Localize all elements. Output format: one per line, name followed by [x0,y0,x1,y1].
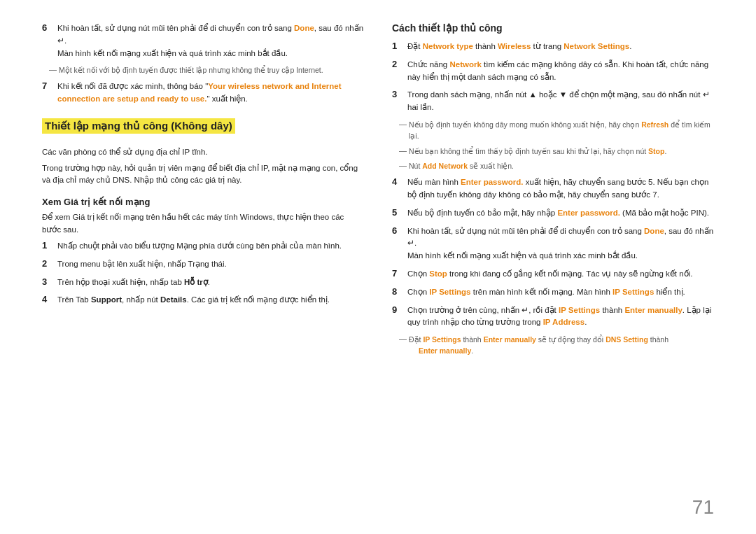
substep-3-text: Trên hộp thoại xuất hiện, nhấp tab Hỗ tr… [57,276,210,289]
r-step-1-num: 1 [392,41,407,51]
hotro-label: Hỗ trợ [184,278,208,286]
r-note-2: — Nếu bạn không thể tìm thấy bộ định tuy… [399,146,714,157]
r-note-dash-3: — [399,161,409,172]
right-section-title: Cách thiết lập thủ công [392,22,714,34]
network-settings-label: Network Settings [564,42,629,50]
r-step-5-text: Nếu bộ định tuyến có bảo mật, hãy nhập E… [407,207,709,220]
step-7-text: Khi kết nối đã được xác minh, thông báo … [57,80,364,106]
done-label-r6: Done [644,227,664,235]
r-note-text-2: Nếu bạn không thể tìm thấy bộ định tuyến… [409,146,666,157]
r-step-7: 7 Chọn Stop trong khi đang cố gắng kết n… [392,268,714,281]
page-number: 71 [692,496,714,519]
r-note-dash-2: — [399,146,409,157]
network-type-label: Network type [423,42,473,50]
step-6-block: 6 Khi hoàn tất, sử dụng nút mũi tên phải… [42,22,364,59]
r-step-8-num: 8 [392,286,407,297]
r-step-4-num: 4 [392,176,407,187]
r-note-1: — Nếu bộ định tuyến không dây mong muốn … [399,120,714,142]
r-step-5-num: 5 [392,207,407,218]
r-step-9: 9 Chọn trường ở trên cùng, nhấn ↵, rồi đ… [392,304,714,330]
r-note-3: — Nút Add Network sẽ xuất hiện. [399,161,714,172]
r-step-8-text: Chọn IP Settings trên màn hình kết nối m… [407,286,685,299]
r-step-6-text: Khi hoàn tất, sử dụng nút mũi tên phải đ… [407,225,714,262]
r-step-6-num: 6 [392,225,407,236]
add-network-label: Add Network [422,162,468,170]
network-label: Network [449,60,481,69]
r-step-8: 8 Chọn IP Settings trên màn hình kết nối… [392,286,714,299]
stop-label: Stop [648,147,664,155]
substep-2-text: Trong menu bật lên xuất hiện, nhấp Trạng… [57,258,227,271]
substep-1: 1 Nhấp chuột phải vào biểu tượng Mạng ph… [42,240,364,253]
ip-address-r9: IP Address [543,318,584,326]
note-dash-1: — [49,65,59,76]
dns-setting-n9: DNS Setting [606,335,648,344]
r-note-text-1: Nếu bộ định tuyến không dây mong muốn kh… [409,120,714,142]
section-title-manual: Thiết lập mạng thủ công (Không dây) [42,118,235,134]
r-step-1: 1 Đặt Network type thành Wireless từ tra… [392,41,714,53]
r-step-2: 2 Chức năng Network tìm kiếm các mạng kh… [392,59,714,84]
substep-3-num: 3 [42,276,57,287]
substep-1-text: Nhấp chuột phải vào biểu tượng Mạng phía… [57,240,342,253]
enter-password-4: Enter password. [461,178,523,186]
substep-1-num: 1 [42,240,57,251]
enter-password-5: Enter password. [557,209,620,217]
substep-4: 4 Trên Tab Support, nhấp nút Details. Cá… [42,294,364,307]
r-step-4: 4 Nếu màn hình Enter password. xuất hiện… [392,176,714,202]
r-note-text-9: Đặt IP Settings thành Enter manually sẽ … [409,335,668,357]
r-step-4-text: Nếu màn hình Enter password. xuất hiện, … [407,176,714,202]
step-6-num: 6 [42,22,57,33]
substep-2-num: 2 [42,258,57,269]
r-step-3-text: Trong danh sách mạng, nhấn nút ▲ hoặc ▼ … [407,89,714,114]
substep-3: 3 Trên hộp thoại xuất hiện, nhấp tab Hỗ … [42,276,364,289]
substep-4-text: Trên Tab Support, nhấp nút Details. Các … [57,294,330,307]
content-area: 6 Khi hoàn tất, sử dụng nút mũi tên phải… [42,22,714,512]
r-step-2-num: 2 [392,59,407,69]
left-column: 6 Khi hoàn tất, sử dụng nút mũi tên phải… [42,22,364,512]
r-note-text-3: Nút Add Network sẽ xuất hiện. [409,161,514,172]
r-step-9-text: Chọn trường ở trên cùng, nhấn ↵, rồi đặt… [407,304,714,330]
step-7-block: 7 Khi kết nối đã được xác minh, thông bá… [42,80,364,106]
enter-manually-n9b: Enter manually [419,346,471,355]
r-step-1-text: Đặt Network type thành Wireless từ trang… [407,41,631,53]
substep-2: 2 Trong menu bật lên xuất hiện, nhấp Trạ… [42,258,364,271]
r-step-3-num: 3 [392,89,407,99]
step-7-num: 7 [42,80,57,91]
r-step-3: 3 Trong danh sách mạng, nhấn nút ▲ hoặc … [392,89,714,114]
r-step-6: 6 Khi hoàn tất, sử dụng nút mũi tên phải… [392,225,714,262]
r-step-7-num: 7 [392,268,407,279]
note-text-1: Một kết nối với bộ định tuyến được thiết… [59,65,323,76]
substep-4-num: 4 [42,294,57,304]
r-step-7-text: Chọn Stop trong khi đang cố gắng kết nối… [407,268,692,281]
r-note-9: — Đặt IP Settings thành Enter manually s… [399,335,714,357]
refresh-label: Refresh [641,120,668,129]
subsec-desc: Để xem Giá trị kết nối mạng trên hầu hết… [42,211,364,237]
done-label: Done [294,24,314,32]
enter-manually-r9: Enter manually [624,306,682,314]
r-note-dash-9: — [399,335,409,357]
wireless-label: Wireless [498,42,531,50]
support-label: Support [91,295,122,304]
r-note-dash-1: — [399,120,409,142]
enter-manually-n9: Enter manually [484,335,536,344]
r-step-9-num: 9 [392,304,407,315]
para2: Trong trường hợp này, hỏi quản trị viên … [42,162,364,188]
r-step-5: 5 Nếu bộ định tuyến có bảo mật, hãy nhập… [392,207,714,220]
ip-settings-r9a: IP Settings [559,306,600,314]
r-step-2-text: Chức năng Network tìm kiếm các mạng khôn… [407,59,714,84]
subsection-xem: Xem Giá trị kết nối mạng [42,197,364,207]
details-label: Details [160,295,187,304]
stop-label-r7: Stop [429,269,447,278]
para1: Các văn phòng có thể sử dụng địa chỉ IP … [42,146,364,159]
right-column: Cách thiết lập thủ công 1 Đặt Network ty… [392,22,714,512]
ip-settings-r8b: IP Settings [612,288,654,296]
page: 6 Khi hoàn tất, sử dụng nút mũi tên phải… [0,0,756,534]
ip-settings-r8a: IP Settings [429,288,470,296]
wireless-notice: Your wireless network and Internet conne… [57,82,342,103]
ip-settings-n9: IP Settings [423,335,461,344]
note-block-1: — Một kết nối với bộ định tuyến được thi… [49,65,364,76]
step-6-text: Khi hoàn tất, sử dụng nút mũi tên phải đ… [57,22,364,59]
